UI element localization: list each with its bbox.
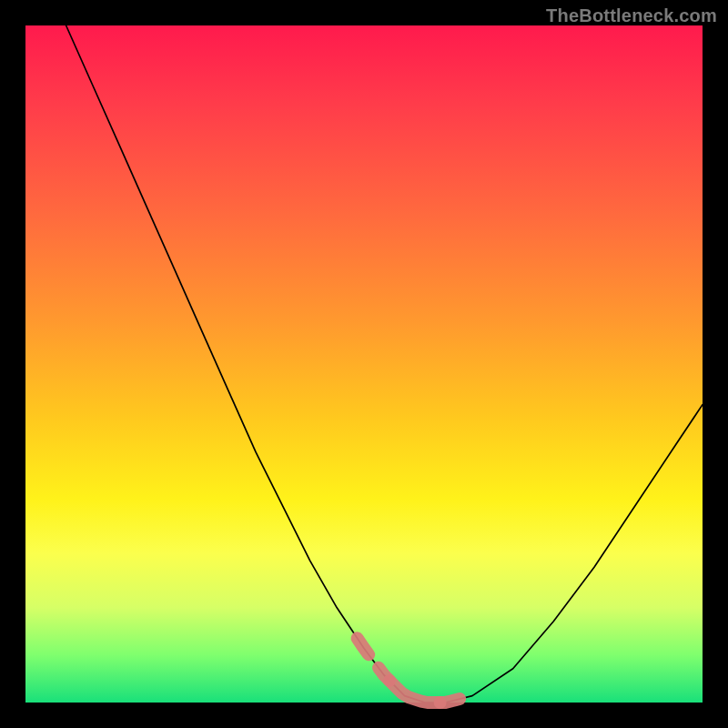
bottleneck-plot — [25, 25, 703, 703]
chart-frame — [25, 25, 703, 703]
watermark-text: TheBottleneck.com — [546, 5, 717, 26]
bottleneck-curve-line — [66, 25, 703, 703]
optimal-range-marker-flat — [389, 681, 440, 703]
optimal-range-marker-left — [358, 638, 389, 681]
